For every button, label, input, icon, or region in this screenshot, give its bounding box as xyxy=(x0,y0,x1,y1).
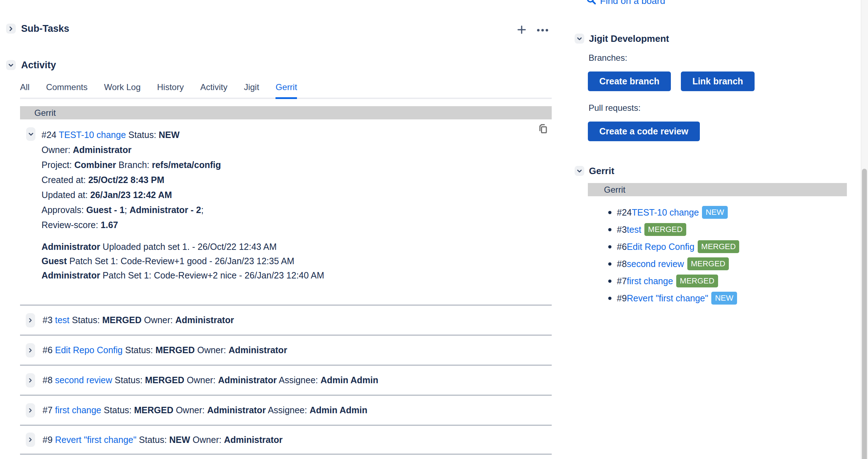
gerrit-panel-table-header: Gerrit xyxy=(588,183,847,196)
status-value: MERGED xyxy=(134,405,174,415)
search-icon xyxy=(586,0,596,8)
assignee-label: Assignee: xyxy=(277,375,320,385)
tab-activity[interactable]: Activity xyxy=(200,80,228,98)
approvals-separator: ; xyxy=(125,205,130,215)
change-link[interactable]: first change xyxy=(55,405,101,415)
status-badge: NEW xyxy=(711,292,737,305)
change-link[interactable]: test xyxy=(627,224,641,235)
gerrit-panel-header: Gerrit xyxy=(575,166,614,176)
change-summary: #8 second review Status: MERGED Owner: A… xyxy=(43,375,378,385)
owner-value: Administrator xyxy=(224,435,283,445)
list-item: #3 test MERGED xyxy=(608,221,739,238)
tab-all[interactable]: All xyxy=(20,80,30,98)
status-label: Status: xyxy=(69,315,102,325)
tab-history[interactable]: History xyxy=(157,80,184,98)
bullet-icon xyxy=(608,211,611,214)
change-expand-button[interactable] xyxy=(26,433,35,447)
comment-text: Uploaded patch set 1. - 26/Oct/22 12:43 … xyxy=(100,242,277,252)
tab-gerrit[interactable]: Gerrit xyxy=(275,80,297,99)
change-link[interactable]: first change xyxy=(627,276,673,286)
chevron-down-icon xyxy=(577,168,582,174)
gerrit-panel-collapse-button[interactable] xyxy=(575,166,584,176)
review-score-label: Review-score: xyxy=(42,220,101,230)
find-on-board-link[interactable]: Find on a board xyxy=(586,0,665,8)
owner-value: Administrator xyxy=(218,375,277,385)
assignee-value: Admin Admin xyxy=(321,375,379,385)
change-link[interactable]: second review xyxy=(55,375,112,385)
status-value: NEW xyxy=(169,435,190,445)
status-badge: MERGED xyxy=(687,257,729,270)
review-score-line: Review-score: 1.67 xyxy=(42,217,324,232)
change-link[interactable]: TEST-10 change xyxy=(632,207,699,218)
branch-label: Branch: xyxy=(116,160,152,170)
owner-label: Owner: xyxy=(42,145,73,155)
tab-jigit[interactable]: Jigit xyxy=(244,80,259,98)
gerrit-panel-list: #24 TEST-10 change NEW #3 test MERGED #6… xyxy=(608,204,739,307)
change-link[interactable]: Edit Repo Config xyxy=(55,345,123,355)
activity-title: Activity xyxy=(21,60,56,70)
chevron-down-icon xyxy=(28,132,34,137)
change-expand-button[interactable] xyxy=(26,403,35,418)
change-link[interactable]: Edit Repo Config xyxy=(627,242,694,252)
status-badge: MERGED xyxy=(676,275,718,287)
create-branch-button[interactable]: Create branch xyxy=(588,71,671,91)
subtasks-title: Sub-Tasks xyxy=(21,24,69,34)
approvals-terminator: ; xyxy=(201,205,204,215)
change-number: #7 xyxy=(43,405,55,415)
tab-work-log[interactable]: Work Log xyxy=(104,80,141,98)
change-link[interactable]: second review xyxy=(627,259,684,269)
change-expand-button[interactable] xyxy=(26,343,35,357)
subtasks-expand-button[interactable] xyxy=(6,24,16,34)
scrollbar-thumb[interactable] xyxy=(862,169,867,459)
gerrit-table-header: Gerrit xyxy=(20,106,552,119)
gerrit-change-expanded: #24 TEST-10 change Status: NEW Owner: Ad… xyxy=(26,127,324,282)
tab-comments[interactable]: Comments xyxy=(46,80,88,98)
subtasks-section-header: Sub-Tasks xyxy=(6,24,69,34)
subtasks-more-button[interactable] xyxy=(536,24,549,36)
chevron-right-icon xyxy=(28,437,33,442)
owner-label: Owner: xyxy=(190,435,224,445)
link-branch-button[interactable]: Link branch xyxy=(681,71,755,91)
chevron-right-icon xyxy=(28,318,33,323)
add-subtask-button[interactable] xyxy=(515,24,528,36)
table-row: #9 Revert "first change" Status: NEW Own… xyxy=(20,425,552,455)
project-value: Combiner xyxy=(74,160,116,170)
change-number: #6 xyxy=(43,345,55,355)
status-label: Status: xyxy=(126,130,159,140)
find-on-board-label: Find on a board xyxy=(600,0,665,6)
comments-list: Administrator Uploaded patch set 1. - 26… xyxy=(42,240,324,282)
change-collapse-button[interactable] xyxy=(26,127,35,141)
change-link[interactable]: test xyxy=(55,315,69,325)
approvals-line: Approvals: Guest - 1; Administrator - 2; xyxy=(42,202,324,217)
activity-collapse-button[interactable] xyxy=(6,60,16,70)
comment-author: Administrator xyxy=(42,242,100,252)
comment: Administrator Patch Set 1: Code-Review+2… xyxy=(42,268,324,282)
updated-line: Updated at: 26/Jan/23 12:42 AM xyxy=(42,187,324,202)
owner-value: Administrator xyxy=(73,145,132,155)
change-link[interactable]: Revert "first change" xyxy=(627,293,708,303)
change-summary: #6 Edit Repo Config Status: MERGED Owner… xyxy=(43,345,287,355)
owner-value: Administrator xyxy=(175,315,234,325)
comment-text: Patch Set 1: Code-Review+2 nice - 26/Jan… xyxy=(100,270,324,280)
change-number: #3 xyxy=(43,315,55,325)
table-row: #7 first change Status: MERGED Owner: Ad… xyxy=(20,395,552,425)
change-expand-button[interactable] xyxy=(26,373,35,388)
create-code-review-button[interactable]: Create a code review xyxy=(588,122,700,141)
gerrit-panel-title: Gerrit xyxy=(589,166,614,176)
jigit-development-title: Jigit Development xyxy=(589,34,669,44)
change-link[interactable]: Revert "first change" xyxy=(55,435,137,445)
change-number: #9 xyxy=(43,435,55,445)
change-link[interactable]: TEST-10 change xyxy=(59,130,126,140)
jigit-collapse-button[interactable] xyxy=(575,34,584,44)
status-value: MERGED xyxy=(145,375,184,385)
status-label: Status: xyxy=(123,345,156,355)
project-branch-line: Project: Combiner Branch: refs/meta/conf… xyxy=(42,157,324,172)
change-expand-button[interactable] xyxy=(26,313,35,327)
chevron-right-icon xyxy=(8,26,14,31)
assignee-value: Admin Admin xyxy=(309,405,367,415)
chevron-down-icon xyxy=(8,63,14,68)
list-item: #6 Edit Repo Config MERGED xyxy=(608,238,739,255)
created-line: Created at: 25/Oct/22 8:43 PM xyxy=(42,172,324,187)
updated-label: Updated at: xyxy=(42,190,90,200)
copy-button[interactable] xyxy=(537,123,550,138)
